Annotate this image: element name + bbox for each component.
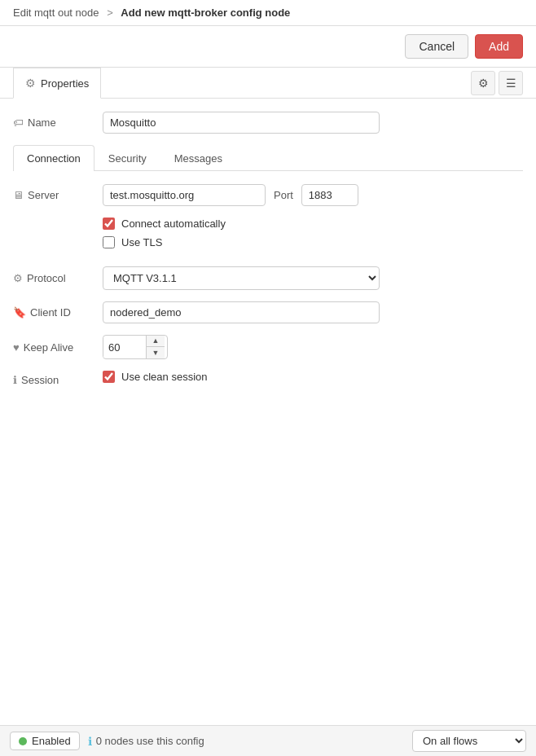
enabled-label: Enabled	[32, 735, 71, 747]
tab-actions: ⚙ ☰	[471, 71, 523, 95]
clean-session-checkbox[interactable]	[103, 371, 115, 383]
server-port-row: Port	[103, 184, 523, 206]
keepalive-label: ♥ Keep Alive	[13, 341, 103, 354]
breadcrumb-separator: >	[107, 7, 113, 19]
form-area: 🏷 Name Connection Security Messages 🖥 Se…	[0, 99, 536, 414]
spinner-down-button[interactable]: ▼	[147, 347, 165, 358]
flows-dropdown[interactable]: On all flows On current flow	[412, 730, 526, 752]
breadcrumb-current: Add new mqtt-broker config node	[121, 7, 290, 19]
breadcrumb-link[interactable]: Edit mqtt out node	[13, 7, 99, 19]
name-control-area	[103, 112, 523, 134]
connect-auto-checkbox-row: Connect automatically	[103, 218, 523, 230]
client-id-row: 🔖 Client ID	[13, 301, 523, 323]
properties-tab-label: Properties	[41, 77, 89, 90]
button-bar: Cancel Add	[0, 26, 536, 68]
nodes-info-icon: ℹ	[88, 735, 92, 748]
connect-auto-label[interactable]: Connect automatically	[121, 218, 226, 230]
doc-action-icon: ☰	[506, 77, 516, 90]
cancel-button[interactable]: Cancel	[405, 34, 468, 59]
client-id-control-area	[103, 301, 523, 323]
properties-gear-icon: ⚙	[25, 77, 36, 90]
use-tls-label[interactable]: Use TLS	[121, 236, 162, 248]
server-icon: 🖥	[13, 189, 24, 201]
server-control-area: Port	[103, 184, 523, 206]
client-id-input[interactable]	[103, 301, 380, 323]
inner-tabs: Connection Security Messages	[13, 145, 523, 171]
clean-session-label[interactable]: Use clean session	[121, 371, 208, 383]
client-id-icon: 🔖	[13, 306, 26, 319]
server-input[interactable]	[103, 184, 266, 206]
session-icon: ℹ	[13, 374, 17, 386]
add-button[interactable]: Add	[475, 34, 523, 59]
tab-messages[interactable]: Messages	[160, 145, 236, 171]
port-input[interactable]	[301, 184, 358, 206]
footer-bar: Enabled ℹ 0 nodes use this config On all…	[0, 725, 536, 756]
enabled-badge[interactable]: Enabled	[10, 732, 80, 750]
connect-auto-checkbox[interactable]	[103, 218, 115, 230]
tab-security[interactable]: Security	[94, 145, 160, 171]
keepalive-icon: ♥	[13, 341, 20, 354]
session-label: ℹ Session	[13, 374, 103, 386]
enabled-dot	[19, 737, 27, 745]
settings-action-icon: ⚙	[478, 77, 489, 90]
connect-auto-area: Connect automatically Use TLS	[103, 218, 523, 255]
keepalive-input-wrapper: ▲ ▼	[103, 335, 168, 359]
protocol-label: ⚙ Protocol	[13, 272, 103, 284]
nodes-info: ℹ 0 nodes use this config	[88, 735, 204, 748]
use-tls-checkbox-row: Use TLS	[103, 236, 523, 248]
name-input[interactable]	[103, 112, 380, 134]
settings-action-button[interactable]: ⚙	[471, 71, 495, 95]
server-row: 🖥 Server Port	[13, 184, 523, 206]
name-icon: 🏷	[13, 116, 24, 129]
port-label: Port	[274, 189, 293, 201]
protocol-row: ⚙ Protocol MQTT V3.1.1 MQTT V5	[13, 266, 523, 290]
client-id-label: 🔖 Client ID	[13, 306, 103, 319]
spinner-up-button[interactable]: ▲	[147, 336, 165, 347]
protocol-control-area: MQTT V3.1.1 MQTT V5	[103, 266, 523, 290]
spinner-buttons: ▲ ▼	[146, 336, 165, 358]
connect-auto-row: Connect automatically Use TLS	[13, 218, 523, 255]
name-row: 🏷 Name	[13, 112, 523, 134]
keepalive-control-area: ▲ ▼	[103, 335, 523, 359]
session-row: ℹ Session Use clean session	[13, 371, 523, 389]
keepalive-row: ♥ Keep Alive ▲ ▼	[13, 335, 523, 359]
server-label: 🖥 Server	[13, 189, 103, 201]
protocol-icon: ⚙	[13, 272, 23, 284]
name-label: 🏷 Name	[13, 116, 103, 129]
protocol-select[interactable]: MQTT V3.1.1 MQTT V5	[103, 266, 380, 290]
clean-session-checkbox-row: Use clean session	[103, 371, 523, 383]
flows-select-area: On all flows On current flow	[412, 730, 526, 752]
breadcrumb: Edit mqtt out node > Add new mqtt-broker…	[0, 0, 536, 26]
keepalive-input[interactable]	[103, 337, 146, 358]
tab-header-row: ⚙ Properties ⚙ ☰	[0, 68, 536, 99]
use-tls-checkbox[interactable]	[103, 236, 115, 248]
session-control-area: Use clean session	[103, 371, 523, 389]
tab-connection[interactable]: Connection	[13, 145, 94, 171]
doc-action-button[interactable]: ☰	[499, 71, 523, 95]
nodes-info-text: 0 nodes use this config	[96, 735, 204, 747]
properties-tab[interactable]: ⚙ Properties	[13, 68, 101, 99]
